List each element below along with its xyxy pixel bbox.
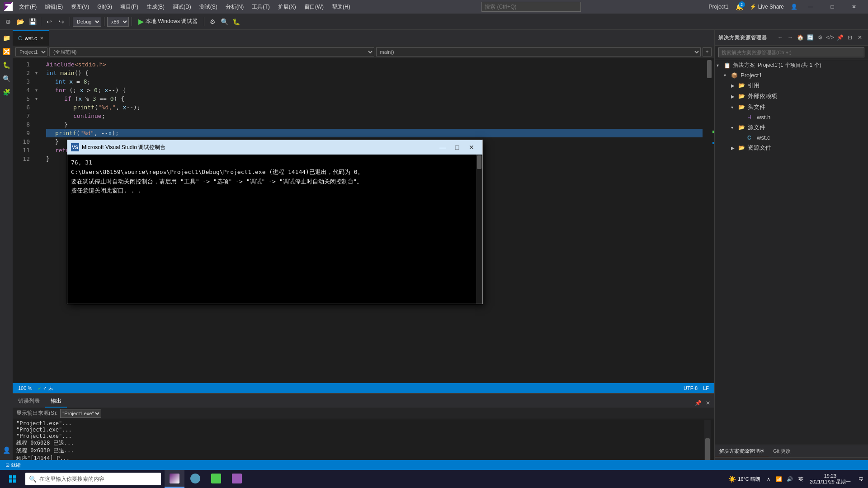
redo-btn[interactable]: ↪: [56, 16, 67, 27]
open-btn[interactable]: 📂: [15, 16, 26, 27]
tab-close-btn[interactable]: ✕: [40, 36, 43, 41]
panel-close-btn[interactable]: ✕: [703, 399, 712, 408]
headers-node[interactable]: ▾ 📂 头文件: [715, 102, 868, 113]
collapse-if[interactable]: ▾: [35, 94, 42, 103]
source-node[interactable]: ▾ 📂 源文件: [715, 122, 868, 133]
sidebar-float-btn[interactable]: ⊡: [845, 33, 854, 42]
volume-icon[interactable]: 🔊: [786, 476, 794, 482]
ok-status[interactable]: ✓ ✓ 未: [36, 385, 55, 392]
run-btn[interactable]: ▶ 本地 Windows 调试器: [135, 16, 201, 27]
sidebar-back-btn[interactable]: ←: [776, 33, 785, 42]
output-source-select[interactable]: "Project1.exe": [60, 409, 101, 418]
references-node[interactable]: ▶ 📂 引用: [715, 80, 868, 91]
console-close-btn[interactable]: ✕: [464, 141, 479, 153]
add-member-btn[interactable]: +: [703, 47, 712, 56]
resources-node[interactable]: ▶ 📂 资源文件: [715, 142, 868, 153]
encoding-status[interactable]: UTF-8: [682, 385, 699, 391]
console-scrollbar[interactable]: [476, 155, 482, 304]
debug-config-select[interactable]: Debug: [73, 17, 101, 27]
line-ending-status[interactable]: LF: [701, 385, 711, 391]
tab-output[interactable]: 输出: [45, 395, 67, 408]
menu-extensions[interactable]: 扩展(X): [274, 1, 300, 13]
menu-view[interactable]: 视图(V): [67, 1, 93, 13]
menu-git[interactable]: Git(G): [94, 2, 116, 12]
minimize-btn[interactable]: —: [800, 0, 821, 14]
sidebar-home-btn[interactable]: 🏠: [796, 33, 805, 42]
wst-h-node[interactable]: H wst.h: [715, 113, 868, 122]
platform-select[interactable]: x86: [107, 17, 129, 27]
menu-debug[interactable]: 调试(D): [169, 1, 195, 13]
sidebar-code-btn[interactable]: </>: [826, 33, 835, 42]
save-btn[interactable]: 💾: [27, 16, 38, 27]
taskbar-app-2[interactable]: [185, 470, 205, 488]
solution-explorer-activity[interactable]: 📁: [0, 32, 13, 44]
taskbar-app-4[interactable]: [227, 470, 247, 488]
settings-btn[interactable]: ⚙: [207, 16, 218, 27]
debug-activity[interactable]: 🐛: [0, 59, 13, 71]
output-scroll-thumb[interactable]: [705, 438, 710, 461]
collapse-for[interactable]: ▾: [35, 86, 42, 94]
extensions-activity[interactable]: 🧩: [0, 86, 13, 99]
sidebar-search-input[interactable]: [718, 47, 864, 57]
menu-test[interactable]: 测试(S): [196, 1, 221, 13]
collapse-main[interactable]: ▾: [35, 69, 42, 77]
editor-scrollbar[interactable]: [706, 58, 712, 383]
tab-wst-c[interactable]: C wst.c ✕: [13, 30, 49, 46]
menu-edit[interactable]: 编辑(E): [41, 1, 66, 13]
undo-btn[interactable]: ↩: [44, 16, 55, 27]
project-node[interactable]: ▾ 📦 Project1: [715, 70, 868, 80]
taskbar-search-box[interactable]: 🔍 在这里输入你要搜索的内容: [25, 473, 161, 485]
scope-breadcrumb[interactable]: (全局范围): [49, 47, 374, 56]
menu-tools[interactable]: 工具(T): [248, 1, 273, 13]
debug-btn[interactable]: 🐛: [231, 16, 241, 27]
sidebar-close-panel-btn[interactable]: ✕: [855, 33, 864, 42]
func-breadcrumb[interactable]: main(): [376, 47, 701, 56]
notifications-btn[interactable]: 🔔 2: [734, 1, 745, 12]
source-control-activity[interactable]: 🔀: [0, 45, 13, 58]
taskbar-app-vs[interactable]: [165, 470, 184, 488]
live-share-btn[interactable]: ⚡ Live Share: [746, 4, 788, 10]
menu-help[interactable]: 帮助(H): [328, 1, 354, 13]
notification-center-btn[interactable]: 🗨: [855, 470, 866, 488]
menu-file[interactable]: 文件(F): [15, 1, 40, 13]
console-max-btn[interactable]: □: [450, 141, 464, 153]
sidebar-sync-btn[interactable]: 🔄: [806, 33, 815, 42]
menu-analyze[interactable]: 分析(N): [222, 1, 248, 13]
start-btn[interactable]: [2, 470, 24, 488]
search-activity[interactable]: 🔍: [0, 72, 13, 85]
close-btn[interactable]: ✕: [844, 0, 864, 14]
up-arrow-icon: ∧: [767, 476, 770, 482]
maximize-btn[interactable]: □: [822, 0, 843, 14]
clock[interactable]: 19:23 2021/11/29 星期一: [808, 473, 853, 485]
global-search-input[interactable]: [481, 2, 581, 12]
sidebar-forward-btn[interactable]: →: [786, 33, 795, 42]
tray-icons[interactable]: ∧: [765, 476, 772, 482]
account-activity[interactable]: 👤: [0, 444, 13, 456]
solution-node[interactable]: ▾ 📋 解决方案 'Project1'(1 个项目/共 1 个): [715, 60, 868, 70]
sidebar-settings-btn[interactable]: ⚙: [816, 33, 825, 42]
taskbar-app-3[interactable]: [206, 470, 226, 488]
external-deps-node[interactable]: ▶ 📂 外部依赖项: [715, 91, 868, 102]
network-icon[interactable]: 📶: [775, 476, 783, 482]
project-breadcrumb[interactable]: Project1: [15, 47, 47, 56]
sidebar-tab-solution[interactable]: 解决方案资源管理器: [715, 445, 769, 458]
console-min-btn[interactable]: —: [435, 141, 450, 153]
weather-widget[interactable]: ☀️ 16°C 晴朗: [726, 475, 762, 483]
menu-window[interactable]: 窗口(W): [301, 1, 327, 13]
account-btn[interactable]: 👤: [788, 1, 799, 12]
sidebar-pin-btn[interactable]: 📌: [835, 33, 844, 42]
code-line-5: if (x % 3 == 0) {: [46, 94, 703, 103]
menu-build[interactable]: 生成(B): [143, 1, 168, 13]
sidebar-tab-git[interactable]: Git 更改: [769, 445, 795, 458]
search-file-btn[interactable]: 🔍: [219, 16, 230, 27]
panel-pin-btn[interactable]: 📌: [693, 399, 703, 408]
tab-error-list[interactable]: 错误列表: [13, 395, 45, 408]
menu-project[interactable]: 项目(P): [117, 1, 142, 13]
editor-scroll-thumb[interactable]: [707, 60, 712, 78]
zoom-status[interactable]: 100 %: [16, 385, 34, 391]
tab-filename: wst.c: [25, 35, 37, 42]
wst-c-node[interactable]: C wst.c: [715, 133, 868, 142]
lang-indicator[interactable]: 英: [797, 476, 805, 483]
new-btn[interactable]: ⊕: [3, 16, 14, 27]
console-scroll-thumb[interactable]: [477, 155, 481, 169]
